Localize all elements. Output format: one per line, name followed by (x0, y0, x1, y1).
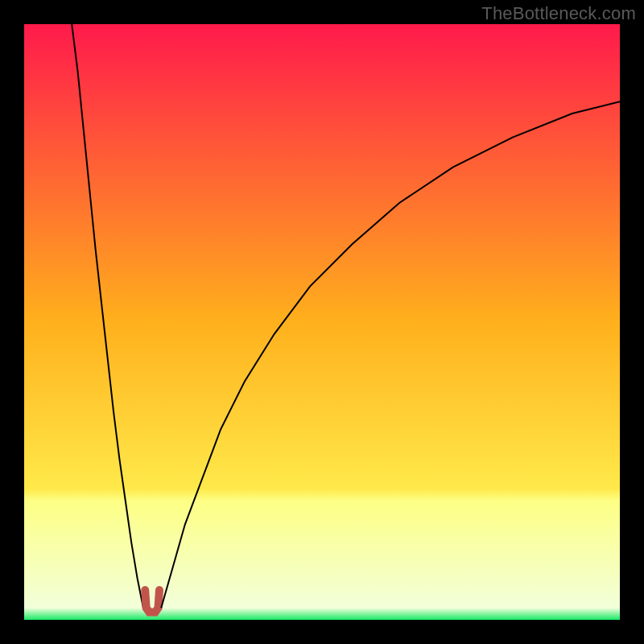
chart-svg (24, 24, 620, 620)
watermark-text: TheBottleneck.com (481, 3, 636, 24)
chart-frame (24, 24, 620, 620)
chart-background (24, 24, 620, 620)
